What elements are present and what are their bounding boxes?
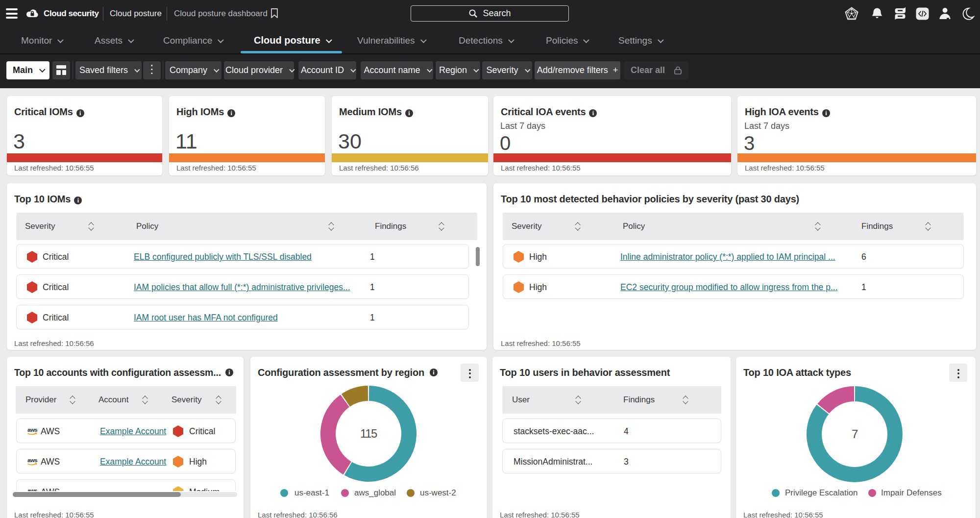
svg-text:aws: aws bbox=[27, 488, 37, 491]
svg-text:aws: aws bbox=[27, 427, 37, 433]
svg-text:aws: aws bbox=[27, 457, 37, 463]
